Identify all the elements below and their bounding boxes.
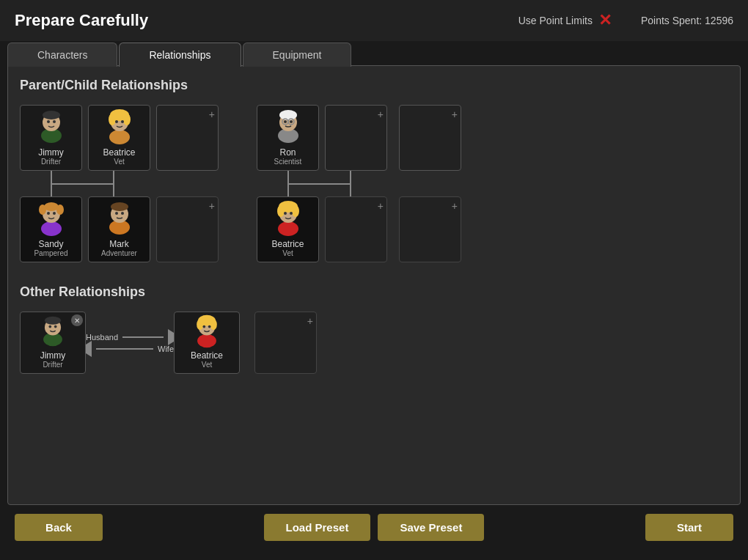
- svg-point-11: [121, 120, 124, 123]
- sandy-role: Pampered: [34, 249, 67, 257]
- footer: Back Load Preset Save Preset Start: [0, 505, 748, 549]
- char-card-mark[interactable]: Mark Adventurer: [88, 196, 150, 262]
- svg-point-2: [43, 111, 60, 119]
- svg-point-51: [48, 325, 51, 328]
- children-row-3: +: [399, 196, 461, 262]
- arrow-line-right: [122, 336, 164, 338]
- svg-point-9: [123, 114, 131, 125]
- plus-icon-3: +: [452, 108, 458, 120]
- use-point-limits-toggle[interactable]: ✕: [598, 11, 612, 30]
- svg-point-21: [56, 205, 64, 215]
- tree-connector-1: [20, 171, 150, 196]
- app-header: Prepare Carefully Use Point Limits ✕ Poi…: [0, 0, 748, 41]
- char-card-jimmy-parent[interactable]: Jimmy Drifter: [20, 105, 82, 171]
- svg-point-8: [109, 114, 116, 125]
- beatrice-parent-role: Vet: [114, 158, 124, 166]
- svg-point-4: [53, 120, 56, 123]
- points-spent-label: Points Spent: 12596: [641, 15, 733, 26]
- char-card-beatrice-child[interactable]: Beatrice Vet: [257, 196, 319, 262]
- svg-point-3: [47, 120, 50, 123]
- parent-child-title: Parent/Child Relationships: [20, 78, 728, 93]
- svg-point-47: [290, 212, 293, 215]
- load-preset-button[interactable]: Load Preset: [264, 514, 371, 541]
- add-child-btn-2[interactable]: +: [325, 196, 387, 262]
- save-preset-button[interactable]: Save Preset: [378, 514, 484, 541]
- add-parent-btn-3[interactable]: +: [399, 105, 461, 171]
- family-unit-3: + +: [399, 105, 461, 262]
- svg-point-27: [115, 212, 118, 215]
- svg-point-53: [197, 334, 216, 347]
- svg-point-58: [202, 325, 205, 328]
- svg-point-56: [197, 319, 203, 330]
- add-parent-btn-1[interactable]: +: [156, 105, 219, 171]
- svg-point-59: [208, 325, 211, 328]
- svg-point-50: [45, 316, 61, 324]
- rel-card-beatrice[interactable]: Beatrice Vet: [174, 312, 240, 374]
- sandy-sprite: [33, 199, 70, 239]
- plus-icon-child-3: +: [452, 200, 458, 212]
- relationships-row: ✕ Jimmy Drifter: [20, 312, 728, 374]
- char-card-beatrice-parent[interactable]: Beatrice Vet: [88, 105, 150, 171]
- ron-name: Ron: [279, 147, 296, 158]
- svg-point-5: [109, 130, 130, 144]
- rel-card-jimmy[interactable]: ✕ Jimmy Drifter: [20, 312, 86, 374]
- svg-point-52: [54, 325, 57, 328]
- tab-characters[interactable]: Characters: [7, 43, 117, 67]
- rel-close-btn[interactable]: ✕: [71, 314, 83, 326]
- beatrice-parent-name: Beatrice: [103, 147, 135, 158]
- jimmy-name: Jimmy: [38, 147, 64, 158]
- use-point-limits-label: Use Point Limits: [518, 15, 593, 26]
- tab-relationships[interactable]: Relationships: [119, 43, 241, 67]
- svg-point-57: [210, 319, 217, 330]
- sandy-name: Sandy: [38, 239, 63, 249]
- jimmy-rel-name: Jimmy: [40, 350, 66, 361]
- start-button[interactable]: Start: [645, 514, 733, 541]
- plus-icon-1: +: [209, 108, 215, 120]
- svg-point-31: [279, 110, 297, 120]
- svg-point-19: [44, 202, 59, 211]
- char-card-sandy[interactable]: Sandy Pampered: [20, 196, 82, 262]
- parents-row-2: Ron Scientist +: [257, 105, 387, 171]
- family-unit-2: Ron Scientist +: [257, 105, 387, 262]
- app-title: Prepare Carefully: [15, 11, 518, 30]
- svg-point-41: [278, 221, 298, 236]
- svg-point-23: [53, 212, 56, 215]
- plus-icon-child-2: +: [378, 200, 384, 212]
- plus-icon-child-1: +: [209, 200, 215, 212]
- main-content: Parent/Child Relationships: [7, 65, 741, 505]
- family-unit-1: Jimmy Drifter: [20, 105, 219, 262]
- add-parent-btn-2[interactable]: +: [325, 105, 387, 171]
- other-rel-title: Other Relationships: [20, 284, 728, 300]
- arrow-head-left: [86, 345, 92, 353]
- beatrice-child-name: Beatrice: [271, 239, 304, 249]
- relationship-item-1: ✕ Jimmy Drifter: [20, 312, 240, 374]
- wife-label: Wife: [158, 345, 174, 353]
- ron-sprite: [270, 107, 307, 147]
- add-relationship-btn[interactable]: +: [254, 312, 317, 374]
- svg-point-26: [111, 202, 128, 211]
- beatrice-child-role: Vet: [282, 249, 293, 257]
- char-card-ron[interactable]: Ron Scientist: [257, 105, 319, 171]
- tree-connector-2: [257, 171, 387, 196]
- svg-point-32: [284, 120, 287, 123]
- parents-row-1: Jimmy Drifter: [20, 105, 219, 171]
- svg-point-22: [47, 212, 50, 215]
- jimmy-role: Drifter: [41, 158, 61, 166]
- parents-row-3: +: [399, 105, 461, 171]
- add-child-btn-3[interactable]: +: [399, 196, 461, 262]
- svg-point-17: [41, 221, 62, 236]
- beatrice-parent-sprite: [101, 107, 138, 147]
- svg-point-44: [277, 205, 285, 217]
- arrow-head-right: [168, 333, 174, 342]
- beatrice-rel-sprite: [188, 312, 225, 350]
- arrow-line-left: [96, 348, 153, 350]
- ron-role: Scientist: [274, 158, 302, 166]
- beatrice-child-sprite: [270, 199, 307, 239]
- svg-point-10: [115, 120, 118, 123]
- add-child-btn-1[interactable]: +: [156, 196, 219, 262]
- back-button[interactable]: Back: [15, 514, 103, 541]
- tab-equipment[interactable]: Equipment: [243, 43, 352, 67]
- mark-sprite: [101, 199, 138, 239]
- footer-center-buttons: Load Preset Save Preset: [264, 514, 485, 541]
- jimmy-sprite: [33, 107, 70, 147]
